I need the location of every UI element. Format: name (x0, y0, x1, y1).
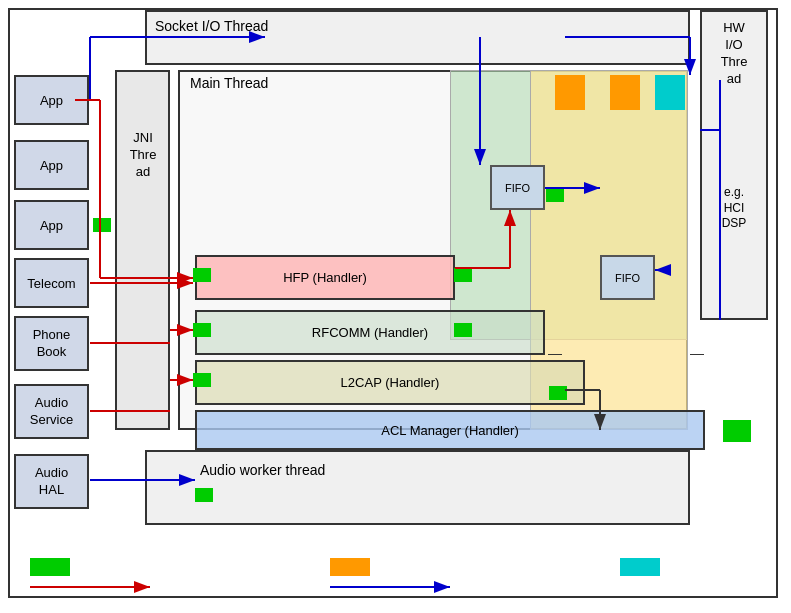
legend-green (30, 558, 70, 576)
diagram-container: Socket I/O Thread HWI/OThread e.g.HCIDSP… (0, 0, 791, 613)
hw-io-label: HWI/OThread (705, 20, 763, 88)
green-connector-audio-worker (195, 488, 213, 502)
green-connector-right (723, 420, 751, 442)
socket-io-label: Socket I/O Thread (155, 18, 268, 34)
green-connector-l2cap-right (549, 386, 567, 400)
app-box-3: App (14, 200, 89, 250)
green-connector-fifo1-out (546, 188, 564, 202)
green-connector-rfcomm-out (454, 323, 472, 337)
orange-block-1 (555, 75, 585, 110)
green-connector-hfp-in (193, 268, 211, 282)
green-connector-app3 (93, 218, 111, 232)
jni-label: JNIThread (118, 130, 168, 181)
cyan-block (655, 75, 685, 110)
hfp-box: HFP (Handler) (195, 255, 455, 300)
audiohal-box: AudioHAL (14, 454, 89, 509)
rfcomm-box: RFCOMM (Handler) (195, 310, 545, 355)
telecom-box: Telecom (14, 258, 89, 308)
fifo-box-2: FIFO (600, 255, 655, 300)
legend-orange (330, 558, 370, 576)
main-thread-label: Main Thread (190, 75, 268, 91)
phonebook-box: PhoneBook (14, 316, 89, 371)
app-box-1: App (14, 75, 89, 125)
green-connector-rfcomm-in (193, 323, 211, 337)
acl-box: ACL Manager (Handler) (195, 410, 705, 450)
app-box-2: App (14, 140, 89, 190)
fifo-box-1: FIFO (490, 165, 545, 210)
jni-box (115, 70, 170, 430)
green-connector-hfp-out (454, 268, 472, 282)
audio-worker-label: Audio worker thread (200, 462, 325, 478)
legend-cyan (620, 558, 660, 576)
l2cap-box: L2CAP (Handler) (195, 360, 585, 405)
orange-block-2 (610, 75, 640, 110)
audioservice-box: AudioService (14, 384, 89, 439)
eg-hci-dsp-label: e.g.HCIDSP (705, 185, 763, 232)
green-connector-l2cap-in (193, 373, 211, 387)
